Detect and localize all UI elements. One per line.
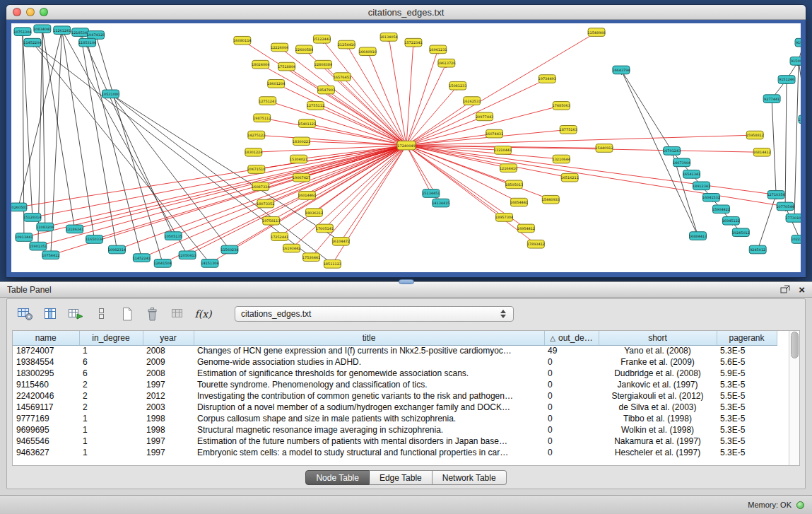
graph-node[interactable]: 20977443 [476, 112, 493, 121]
table-row[interactable]: 911546021997Tourette syndrome. Phenomeno… [13, 379, 777, 390]
graph-node[interactable]: 17518804 [278, 62, 295, 71]
graph-node[interactable]: 15440912 [595, 144, 613, 153]
network-canvas[interactable]: 1724004916080114180240041222600422600584… [11, 23, 801, 272]
graph-node[interactable]: 18134054 [379, 33, 397, 42]
graph-node[interactable]: 17005141 [316, 224, 334, 233]
graph-node[interactable]: 16193442 [283, 244, 300, 252]
close-window-button[interactable] [13, 8, 21, 16]
graph-node[interactable]: 15904422 [712, 205, 730, 214]
graph-node[interactable]: 15134451 [422, 189, 440, 198]
graph-node[interactable]: 18024004 [252, 60, 269, 69]
graph-node[interactable]: 14134415 [432, 199, 449, 207]
graph-node[interactable]: 15304021 [290, 155, 307, 163]
graph-node[interactable]: 11853104 [78, 38, 96, 47]
graph-node[interactable]: 11452204 [23, 38, 41, 47]
graph-node[interactable]: 14275122 [247, 131, 265, 139]
graph-node[interactable]: 12710354 [767, 191, 784, 199]
window-titlebar[interactable]: citations_edges.txt [6, 5, 806, 20]
import-table-button[interactable] [168, 305, 187, 324]
graph-node[interactable]: 12641504 [154, 259, 172, 268]
graph-node[interactable]: 15440933 [542, 195, 560, 204]
graph-node[interactable]: 16791243 [663, 147, 681, 156]
graph-node[interactable]: 15122443 [313, 35, 331, 43]
column-header-title[interactable]: title [194, 331, 544, 345]
graph-node[interactable]: 10913441 [15, 233, 33, 242]
table-row[interactable]: 1872400712008Changes of HCN gene express… [13, 345, 777, 356]
graph-node[interactable]: 9245012 [749, 245, 766, 254]
column-header-out_degree[interactable]: △out_de… [544, 331, 599, 345]
column-header-short[interactable]: short [599, 331, 717, 345]
graph-node[interactable]: 16041532 [702, 193, 720, 201]
table-row[interactable]: 2242004622012Investigating the contribut… [13, 390, 777, 402]
graph-node[interactable]: 12751243 [259, 97, 276, 105]
scrollbar-thumb[interactable] [791, 332, 799, 358]
graph-node[interactable]: 19734493 [539, 75, 556, 83]
zoom-window-button[interactable] [40, 8, 48, 16]
graph-node[interactable]: 10751304 [13, 28, 31, 36]
table-settings-button[interactable] [16, 305, 35, 324]
graph-node[interactable]: 16954412 [517, 224, 535, 233]
table-row[interactable]: 977716911998Corpus callosum shape and si… [13, 413, 777, 424]
graph-node[interactable]: 14151304 [201, 259, 218, 268]
graph-node[interactable]: 12050413 [178, 251, 196, 259]
graph-node[interactable]: 16576453 [334, 73, 351, 81]
graph-node[interactable]: 19875112 [253, 114, 271, 122]
graph-node[interactable]: 16104472 [332, 238, 350, 246]
graph-node[interactable]: 16961231 [429, 45, 447, 54]
graph-node[interactable]: 17536441 [302, 253, 320, 262]
graph-node[interactable]: 11650334 [86, 235, 103, 244]
graph-node[interactable]: 19067427 [293, 173, 310, 182]
graph-node[interactable]: 12226004 [271, 43, 288, 52]
graph-node[interactable]: 18073352 [257, 199, 274, 208]
graph-node[interactable]: 17252441 [271, 233, 288, 241]
graph-node[interactable]: 10754412 [42, 251, 59, 259]
column-header-in_degree[interactable]: in_degree [79, 331, 143, 345]
graph-node[interactable]: 19613726 [437, 59, 455, 67]
graph-node[interactable]: 12186341 [66, 225, 83, 233]
column-header-name[interactable]: name [13, 331, 79, 345]
rows-button[interactable] [92, 305, 111, 324]
graph-node[interactable]: 15081233 [449, 81, 466, 90]
graph-node[interactable]: 9277441 [763, 95, 780, 103]
add-column-button[interactable] [66, 305, 86, 324]
graph-node[interactable]: 11452241 [133, 254, 151, 262]
table-row[interactable]: 946554611997Estimation of the future num… [13, 436, 777, 447]
graph-node[interactable]: 18511123 [324, 260, 341, 269]
delete-column-button[interactable] [143, 305, 162, 324]
citation-network-graph[interactable]: 1724004916080114180240041222600422600584… [11, 23, 801, 272]
graph-node[interactable]: 15958812 [746, 131, 764, 139]
graph-node[interactable]: 15128314 [23, 214, 41, 222]
minimize-window-button[interactable] [26, 8, 35, 16]
graph-node[interactable]: 10531080 [102, 90, 119, 98]
graph-node[interactable]: 10223144 [791, 235, 801, 244]
graph-node[interactable]: 16541341 [683, 170, 700, 179]
graph-node[interactable]: 16643794 [612, 66, 630, 74]
table-row[interactable]: 1456911722003Disruption of a novel membe… [13, 402, 777, 413]
function-builder-button[interactable]: f(x) [194, 305, 213, 324]
graph-node[interactable]: 17893412 [527, 240, 545, 248]
graph-node[interactable]: 20260501 [11, 203, 28, 211]
graph-node[interactable]: 16516211 [561, 173, 579, 182]
graph-node[interactable]: 16080114 [233, 36, 251, 45]
tab-edge-table[interactable]: Edge Table [370, 470, 433, 485]
graph-node[interactable]: 10505135 [165, 232, 182, 240]
graph-node[interactable]: 9151246 [778, 76, 795, 84]
graph-node[interactable]: 18301224 [245, 148, 262, 156]
column-header-year[interactable]: year [143, 331, 194, 345]
column-header-pagerank[interactable]: pagerank [717, 331, 777, 345]
hub-node[interactable]: 17240049 [397, 141, 416, 150]
graph-node[interactable]: 19758113 [262, 216, 280, 225]
graph-node[interactable]: 15951201 [798, 115, 801, 124]
graph-node[interactable]: 16162531 [463, 97, 481, 105]
graph-node[interactable]: 15722341 [404, 38, 422, 47]
graph-node[interactable]: 16014461 [298, 192, 316, 200]
table-row[interactable]: 969969511998Structural magnetic resonanc… [13, 424, 777, 436]
column-visibility-button[interactable] [41, 305, 60, 324]
graph-node[interactable]: 10474128 [87, 31, 105, 40]
graph-node[interactable]: 18775163 [560, 125, 577, 134]
graph-node[interactable]: 11261241 [53, 26, 71, 35]
graph-node[interactable]: 16884413 [689, 232, 707, 240]
graph-node[interactable]: 16814412 [753, 148, 771, 156]
table-row[interactable]: 946362711997Embryonic stem cells: a mode… [13, 447, 777, 458]
graph-node[interactable]: 10982314 [108, 245, 126, 254]
